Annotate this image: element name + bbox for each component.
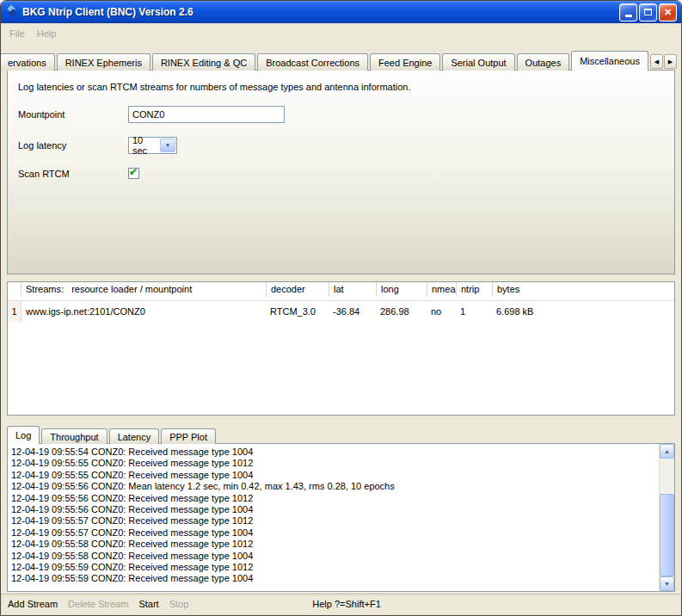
tab-rinex-editing-qc[interactable]: RINEX Editing & QC: [152, 53, 255, 71]
mountpoint-label: Mountpoint: [18, 109, 128, 120]
header-bytes[interactable]: bytes: [492, 282, 674, 297]
bottom-tabbar: Log Throughput Latency PPP Plot: [7, 426, 675, 444]
log-line: 12-04-19 09:55:58 CONZ0: Received messag…: [11, 539, 655, 550]
maximize-icon: [644, 9, 652, 15]
tab-feed-engine[interactable]: Feed Engine: [370, 53, 440, 71]
table-row[interactable]: 1 www.igs-ip.net:2101/CONZ0 RTCM_3.0 -36…: [8, 301, 674, 322]
row-number: 1: [8, 301, 22, 322]
arrow-down-icon: ▼: [664, 581, 670, 587]
log-latency-label: Log latency: [18, 140, 128, 151]
statusbar: Add Stream Delete Stream Start Stop Help…: [1, 592, 681, 615]
panel-description: Log latencies or scan RTCM streams for n…: [18, 82, 664, 92]
cell-mountpoint: www.igs-ip.net:2101/CONZ0: [22, 301, 266, 322]
header-ntrip[interactable]: ntrip: [456, 282, 492, 297]
tab-scroll-left-button[interactable]: ◀: [650, 54, 663, 69]
streams-table: Streams: resource loader / mountpoint de…: [7, 281, 675, 416]
cell-ntrip: 1: [456, 301, 492, 322]
app-window: BKG Ntrip Client (BNC) Version 2.6 ✕ Fil…: [0, 0, 682, 616]
tab-scroll-right-button[interactable]: ▶: [664, 54, 677, 69]
streams-table-header: Streams: resource loader / mountpoint de…: [8, 282, 674, 301]
close-button[interactable]: ✕: [659, 3, 677, 22]
log-line: 12-04-19 09:55:55 CONZ0: Received messag…: [11, 470, 655, 481]
chevron-down-icon: ▼: [165, 143, 170, 148]
tab-miscellaneous[interactable]: Miscellaneous: [571, 51, 648, 71]
mountpoint-row: Mountpoint: [18, 106, 664, 123]
minimize-button[interactable]: [619, 3, 637, 22]
header-long[interactable]: long: [376, 282, 427, 297]
combo-dropdown-button[interactable]: ▼: [160, 139, 175, 152]
tab-throughput[interactable]: Throughput: [41, 428, 107, 444]
top-tabbar: ervations RINEX Ephemeris RINEX Editing …: [7, 51, 675, 71]
cell-lat: -36.84: [329, 301, 376, 322]
log-line: 12-04-19 09:55:57 CONZ0: Received messag…: [11, 515, 655, 527]
close-icon: ✕: [664, 8, 672, 17]
log-line: 12-04-19 09:55:58 CONZ0: Received messag…: [11, 551, 655, 562]
miscellaneous-panel: Log latencies or scan RTCM streams for n…: [7, 70, 675, 274]
header-lat[interactable]: lat: [329, 282, 376, 297]
window-title: BKG Ntrip Client (BNC) Version 2.6: [22, 6, 615, 18]
tab-ppp-plot[interactable]: PPP Plot: [161, 428, 216, 444]
arrow-up-icon: ▲: [664, 448, 670, 454]
check-icon: ✔: [129, 166, 138, 178]
mountpoint-input[interactable]: [128, 106, 285, 123]
header-decoder[interactable]: decoder: [266, 282, 329, 297]
titlebar[interactable]: BKG Ntrip Client (BNC) Version 2.6 ✕: [1, 1, 681, 23]
stop-button[interactable]: Stop: [169, 599, 189, 609]
log-line: 12-04-19 09:55:59 CONZ0: Received messag…: [11, 573, 655, 584]
header-nmea[interactable]: nmea: [427, 282, 456, 297]
tab-serial-output[interactable]: Serial Output: [442, 53, 514, 71]
tab-latency[interactable]: Latency: [109, 428, 160, 444]
header-streams-title[interactable]: Streams: resource loader / mountpoint: [22, 282, 266, 297]
cell-bytes: 6.698 kB: [492, 301, 674, 322]
menu-file[interactable]: File: [3, 26, 31, 41]
app-icon: [5, 5, 18, 20]
log-panel: 12-04-19 09:55:54 CONZ0: Received messag…: [7, 443, 675, 592]
log-latency-row: Log latency 10 sec ▼: [18, 137, 664, 154]
cell-decoder: RTCM_3.0: [266, 301, 329, 322]
cell-long: 286.98: [376, 301, 427, 322]
maximize-button[interactable]: [639, 3, 657, 22]
log-line: 12-04-19 09:55:55 CONZ0: Received messag…: [11, 458, 655, 469]
delete-stream-button[interactable]: Delete Stream: [68, 599, 128, 609]
main-area: ervations RINEX Ephemeris RINEX Editing …: [1, 43, 681, 592]
menu-help[interactable]: Help: [31, 26, 63, 41]
log-line: 12-04-19 09:55:59 CONZ0: Received messag…: [11, 562, 655, 573]
scrollbar-thumb[interactable]: [660, 494, 674, 576]
window-controls: ✕: [619, 3, 677, 22]
log-latency-select[interactable]: 10 sec ▼: [128, 137, 177, 154]
scroll-down-button[interactable]: ▼: [660, 576, 674, 591]
log-line: 12-04-19 09:55:57 CONZ0: Received messag…: [11, 527, 655, 539]
header-filler: [8, 297, 22, 301]
tab-scroll-buttons: ◀ ▶: [650, 54, 677, 71]
log-line: 12-04-19 09:55:54 CONZ0: Received messag…: [11, 447, 655, 458]
start-button[interactable]: Start: [138, 599, 158, 609]
log-line: 12-04-19 09:55:56 CONZ0: Mean latency 1.…: [11, 481, 655, 492]
chevron-right-icon: ▶: [668, 59, 673, 65]
tab-rinex-ephemeris[interactable]: RINEX Ephemeris: [57, 53, 151, 71]
log-output: 12-04-19 09:55:54 CONZ0: Received messag…: [8, 444, 659, 591]
menubar: File Help: [1, 23, 681, 43]
add-stream-button[interactable]: Add Stream: [8, 599, 58, 609]
tab-observations-partial[interactable]: ervations: [0, 53, 55, 71]
help-hint: Help ?=Shift+F1: [312, 599, 381, 609]
chevron-left-icon: ◀: [654, 59, 659, 65]
scroll-up-button[interactable]: ▲: [660, 444, 674, 459]
tab-broadcast-corrections[interactable]: Broadcast Corrections: [257, 53, 368, 71]
tab-log[interactable]: Log: [7, 426, 40, 444]
scan-rtcm-label: Scan RTCM: [18, 169, 128, 179]
scan-rtcm-checkbox[interactable]: ✔: [128, 168, 139, 179]
log-line: 12-04-19 09:55:56 CONZ0: Received messag…: [11, 493, 655, 504]
vertical-scrollbar[interactable]: ▲ ▼: [659, 444, 674, 591]
minimize-icon: [625, 15, 632, 17]
scan-rtcm-row: Scan RTCM ✔: [18, 168, 664, 179]
scrollbar-track[interactable]: [660, 459, 674, 576]
table-corner: [8, 282, 22, 297]
cell-nmea: no: [427, 301, 456, 322]
log-latency-value: 10 sec: [129, 138, 159, 153]
tab-outages[interactable]: Outages: [517, 53, 570, 71]
log-line: 12-04-19 09:55:56 CONZ0: Received messag…: [11, 504, 655, 515]
